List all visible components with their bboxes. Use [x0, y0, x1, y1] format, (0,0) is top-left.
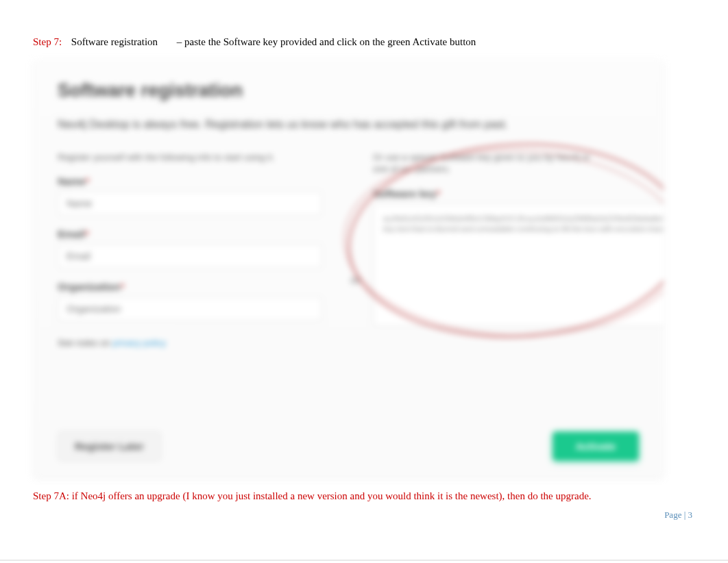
- step-title: Software registration: [71, 36, 158, 47]
- email-label: Email*: [58, 228, 322, 240]
- software-key-right: Or use a special Software key given to y…: [373, 151, 664, 349]
- step-label: Step 7:: [33, 36, 62, 47]
- dialog-title: Software registration: [58, 80, 639, 101]
- step-7a-note: Step 7A: if Neo4j offers an upgrade (I k…: [33, 488, 670, 504]
- privacy-link[interactable]: privacy policy: [112, 338, 166, 348]
- name-label: Name*: [58, 175, 322, 187]
- name-input[interactable]: [58, 191, 322, 216]
- software-key-input[interactable]: eyJhbGciOiJSUzI1NiIsInR5cCI6IkpXVCJ9.eyJ…: [373, 203, 664, 327]
- email-input[interactable]: [58, 244, 322, 268]
- required-mark: *: [121, 281, 125, 292]
- required-mark: *: [86, 175, 90, 187]
- required-mark: *: [437, 188, 441, 199]
- register-form-left: Register yourself with the following inf…: [58, 151, 339, 349]
- left-hint: Register yourself with the following inf…: [58, 151, 304, 164]
- step-description: – paste the Software key provided and cl…: [177, 36, 476, 47]
- activate-button[interactable]: Activate: [553, 431, 639, 461]
- footer-separator: [0, 560, 728, 561]
- software-key-label: Software key*: [373, 188, 664, 199]
- step-7-instruction: Step 7: Software registration – paste th…: [33, 34, 695, 50]
- register-later-button[interactable]: Register Later: [58, 431, 161, 461]
- required-mark: *: [85, 228, 89, 240]
- registration-screenshot: Software registration Neo4j Desktop is a…: [33, 60, 664, 477]
- privacy-note: See notes on privacy policy: [58, 338, 322, 348]
- org-input[interactable]: [58, 297, 322, 321]
- or-divider: or: [339, 151, 373, 349]
- dialog-subtitle: Neo4j Desktop is always free. Registrati…: [58, 116, 579, 132]
- org-label: Organization*: [58, 281, 322, 292]
- right-hint: Or use a special Software key given to y…: [373, 151, 606, 175]
- page-number: Page | 3: [664, 510, 692, 521]
